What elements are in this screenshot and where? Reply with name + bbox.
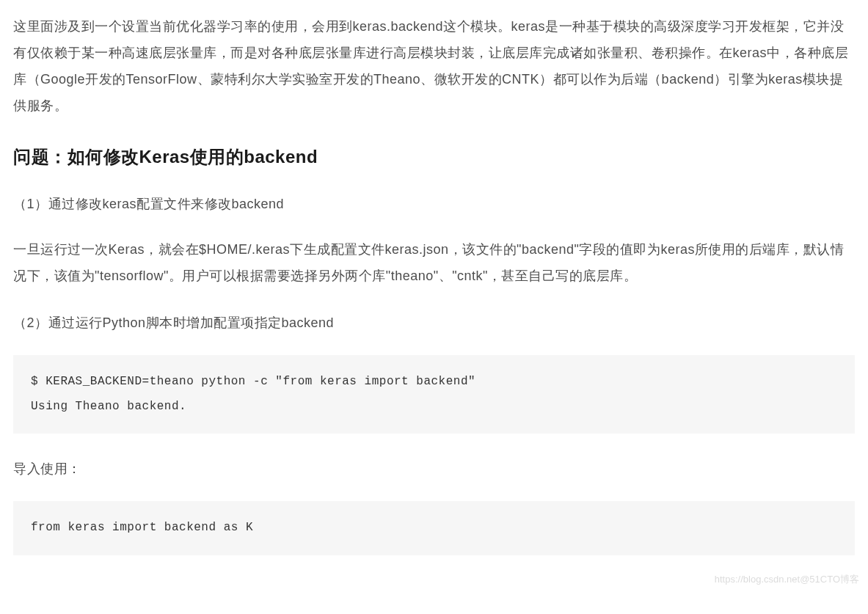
import-label: 导入使用： [13, 456, 855, 482]
watermark-text: https://blog.csdn.net@51CTO博客 [715, 573, 859, 586]
method2-title: （2）通过运行Python脚本时增加配置项指定backend [13, 310, 855, 336]
intro-paragraph: 这里面涉及到一个设置当前优化器学习率的使用，会用到keras.backend这个… [13, 13, 855, 119]
code-block-2: from keras import backend as K [13, 501, 855, 555]
method1-title: （1）通过修改keras配置文件来修改backend [13, 191, 855, 217]
code-block-1: $ KERAS_BACKEND=theano python -c "from k… [13, 355, 855, 434]
method1-description: 一旦运行过一次Keras，就会在$HOME/.keras下生成配置文件keras… [13, 236, 855, 289]
section-heading: 问题：如何修改Keras使用的backend [13, 145, 855, 169]
